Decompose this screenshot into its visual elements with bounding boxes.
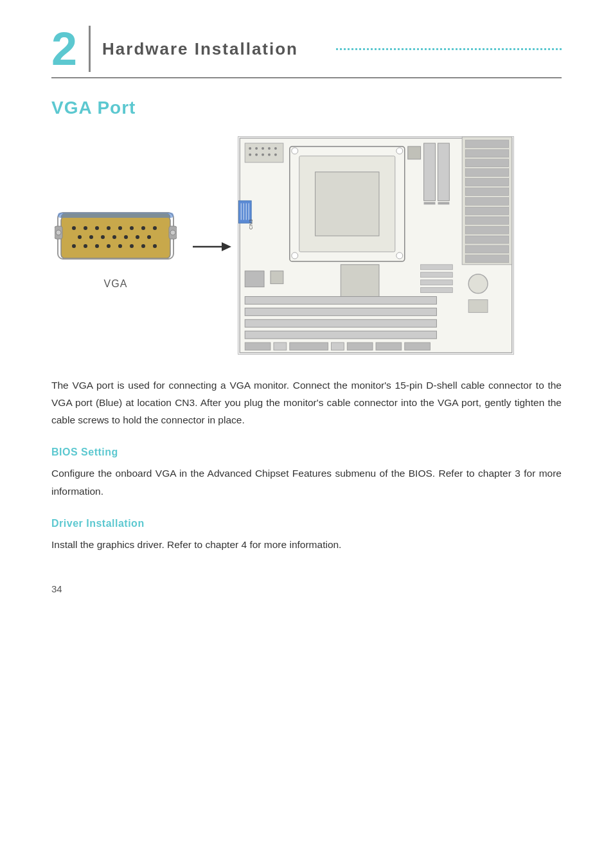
svg-point-5 [107, 226, 111, 230]
svg-rect-76 [347, 342, 373, 350]
svg-point-6 [118, 226, 122, 230]
svg-point-12 [101, 235, 105, 239]
svg-point-10 [78, 235, 82, 239]
svg-rect-72 [245, 342, 271, 350]
svg-rect-62 [245, 331, 436, 339]
svg-point-11 [89, 235, 93, 239]
svg-rect-92 [421, 272, 453, 278]
svg-rect-57 [465, 255, 509, 263]
svg-point-7 [130, 226, 134, 230]
svg-point-13 [112, 235, 116, 239]
driver-installation-text: Install the graphics driver. Refer to ch… [51, 536, 562, 553]
svg-point-39 [396, 252, 403, 259]
svg-point-17 [72, 244, 76, 248]
section-title: VGA Port [51, 98, 562, 118]
svg-rect-59 [245, 297, 436, 305]
svg-point-2 [72, 226, 76, 230]
svg-point-23 [141, 244, 145, 248]
svg-point-38 [292, 252, 298, 259]
svg-point-20 [107, 244, 111, 248]
svg-rect-91 [421, 265, 453, 270]
svg-point-9 [153, 226, 157, 230]
svg-rect-79 [245, 143, 283, 163]
diagram-area: VGA [51, 136, 562, 357]
vga-label: VGA [51, 278, 180, 290]
svg-point-87 [262, 154, 264, 156]
svg-rect-60 [245, 308, 436, 315]
svg-rect-94 [421, 288, 453, 293]
svg-point-27 [56, 230, 61, 235]
svg-point-4 [95, 226, 99, 230]
svg-rect-93 [421, 280, 453, 285]
svg-rect-71 [468, 300, 488, 313]
svg-rect-90 [408, 146, 421, 159]
svg-rect-49 [465, 179, 509, 186]
svg-rect-45 [465, 140, 509, 148]
svg-point-18 [84, 244, 87, 248]
svg-rect-53 [465, 217, 509, 224]
motherboard-diagram: CN3 [238, 136, 562, 357]
svg-point-14 [124, 235, 128, 239]
svg-rect-35 [315, 172, 379, 236]
page-number: 34 [51, 583, 62, 594]
svg-rect-61 [245, 319, 436, 327]
svg-point-8 [141, 226, 145, 230]
svg-rect-64 [271, 271, 283, 284]
svg-point-70 [468, 274, 488, 294]
svg-text:CN3: CN3 [248, 219, 254, 229]
bios-setting-text: Configure the onboard VGA in the Advance… [51, 465, 562, 499]
chapter-title: Hardware Installation [102, 39, 328, 59]
svg-point-24 [153, 244, 157, 248]
svg-point-22 [130, 244, 134, 248]
svg-point-82 [262, 147, 264, 150]
svg-rect-29 [58, 213, 173, 218]
svg-rect-46 [465, 150, 509, 157]
svg-rect-78 [405, 342, 431, 350]
svg-rect-50 [465, 188, 509, 196]
motherboard-svg: CN3 [238, 136, 514, 355]
chapter-header: 2 Hardware Installation [51, 26, 562, 78]
chapter-number: 2 [51, 26, 91, 72]
svg-rect-56 [465, 245, 509, 253]
svg-point-89 [274, 154, 277, 156]
svg-rect-58 [341, 265, 379, 297]
svg-point-3 [84, 226, 87, 230]
svg-rect-54 [465, 226, 509, 234]
svg-rect-55 [465, 236, 509, 244]
svg-rect-42 [424, 202, 436, 204]
svg-rect-73 [274, 342, 287, 350]
svg-point-37 [396, 148, 403, 154]
svg-point-81 [255, 147, 258, 150]
svg-rect-48 [465, 169, 509, 177]
svg-rect-51 [465, 197, 509, 205]
svg-rect-52 [465, 207, 509, 215]
vga-port-svg [55, 204, 177, 274]
svg-point-28 [170, 230, 175, 235]
svg-rect-74 [290, 342, 328, 350]
vga-connector-illustration: VGA [51, 204, 180, 290]
svg-point-21 [118, 244, 122, 248]
svg-rect-77 [376, 342, 402, 350]
arrow-area [193, 237, 231, 256]
svg-point-15 [136, 235, 139, 239]
svg-point-83 [268, 147, 271, 150]
page-container: 2 Hardware Installation VGA Port [0, 0, 613, 610]
svg-point-80 [249, 147, 251, 150]
svg-rect-41 [438, 143, 449, 200]
svg-rect-43 [438, 202, 449, 204]
svg-point-88 [268, 154, 271, 156]
svg-rect-40 [424, 143, 436, 200]
svg-rect-75 [331, 342, 344, 350]
svg-marker-31 [222, 242, 231, 251]
bios-setting-title: BIOS Setting [51, 447, 562, 458]
svg-point-84 [274, 147, 277, 150]
svg-rect-47 [465, 159, 509, 167]
svg-point-19 [95, 244, 99, 248]
svg-point-36 [292, 148, 298, 154]
driver-installation-title: Driver Installation [51, 518, 562, 529]
svg-point-86 [255, 154, 258, 156]
vga-description: The VGA port is used for connecting a VG… [51, 376, 562, 429]
dots-decoration [336, 48, 562, 50]
svg-rect-63 [245, 271, 264, 287]
svg-point-85 [249, 154, 251, 156]
